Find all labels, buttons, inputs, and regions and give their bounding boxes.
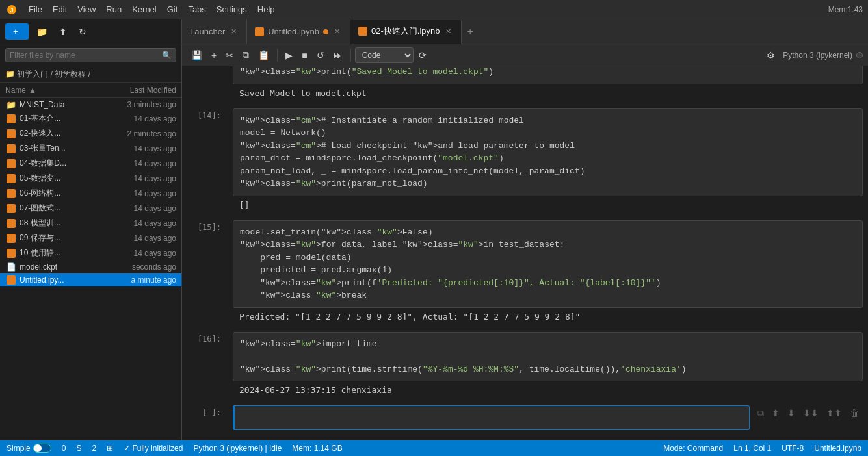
- file-item[interactable]: Untitled.ipy... a minute ago: [0, 273, 181, 286]
- file-icon-wrap: [5, 249, 17, 258]
- copy-cell-button[interactable]: ⧉: [239, 47, 253, 63]
- file-item[interactable]: 07-图数式... 14 days ago: [0, 201, 181, 216]
- folder-icon: 📁: [6, 100, 16, 110]
- tab-untitled[interactable]: Untitled.ipynb✕: [247, 19, 350, 44]
- tab-notebook-icon: [255, 27, 264, 36]
- kernel-info: Python 3 (ipykernel): [783, 51, 863, 60]
- file-item[interactable]: 02-快速入... 2 minutes ago: [0, 126, 181, 141]
- breadcrumb-text: 初学入门 / 初学教程 /: [17, 70, 90, 79]
- search-box: 🔍: [5, 48, 176, 62]
- file-item[interactable]: 10-使用静... 14 days ago: [0, 246, 181, 260]
- notebook-icon: [7, 189, 16, 198]
- toolbar-right: ⚙ Python 3 (ipykernel): [763, 47, 863, 63]
- file-modified: 14 days ago: [105, 114, 176, 123]
- file-icon-wrap: [5, 129, 17, 138]
- cell-input[interactable]: "kw">class="cm"># Save checkpoint mindsp…: [233, 66, 863, 84]
- tab-close-button[interactable]: ✕: [443, 27, 453, 36]
- file-item[interactable]: 04-数据集D... 14 days ago: [0, 156, 181, 171]
- column-name[interactable]: Name ▲: [5, 86, 105, 95]
- cell-input[interactable]: "kw">class="kw">import time "kw">class="…: [233, 332, 863, 382]
- tab-modified-dot: [323, 29, 328, 34]
- upload-button[interactable]: ⬆: [55, 24, 71, 40]
- cut-cell-button[interactable]: ✂: [222, 47, 237, 63]
- menu-kernel[interactable]: Kernel: [127, 2, 162, 17]
- kernel-settings-button[interactable]: ⚙: [763, 47, 779, 63]
- cell-action-btn-0[interactable]: ⧉: [755, 407, 767, 420]
- file-modified: 14 days ago: [105, 249, 176, 258]
- file-item[interactable]: 09-保存与... 14 days ago: [0, 231, 181, 246]
- content-area: Launcher✕Untitled.ipynb✕02-快速入门.ipynb✕+ …: [182, 19, 868, 440]
- tab-close-button[interactable]: ✕: [332, 27, 342, 36]
- tab-launcher[interactable]: Launcher✕: [182, 19, 247, 44]
- notebook-icon: [7, 159, 16, 168]
- menu-edit[interactable]: Edit: [47, 2, 72, 17]
- refresh-cell-button[interactable]: ⟳: [415, 47, 430, 63]
- sort-icon: ▲: [29, 86, 36, 95]
- restart-kernel-button[interactable]: ↺: [313, 47, 328, 63]
- file-item[interactable]: 📁 MNIST_Data 3 minutes ago: [0, 98, 181, 111]
- menu-settings[interactable]: Settings: [211, 2, 252, 17]
- cell-type-select[interactable]: Code Markdown Raw: [355, 47, 414, 63]
- simple-toggle[interactable]: Simple: [7, 444, 51, 453]
- paste-cell-button[interactable]: 📋: [254, 47, 273, 63]
- status-kernel-info: Python 3 (ipykernel) | Idle: [193, 444, 282, 453]
- add-tab-button[interactable]: +: [462, 26, 478, 38]
- menu-view[interactable]: View: [72, 2, 101, 17]
- file-name: 10-使用静...: [20, 247, 105, 259]
- notebook-icon: [7, 249, 16, 258]
- file-item[interactable]: 06-网络构... 14 days ago: [0, 186, 181, 201]
- menu-git[interactable]: Git: [162, 2, 183, 17]
- cell-action-btn-3[interactable]: ⬇⬇: [800, 407, 821, 420]
- file-item[interactable]: 05-数据变... 14 days ago: [0, 171, 181, 186]
- file-name: 07-图数式...: [20, 203, 105, 214]
- save-button[interactable]: 💾: [187, 47, 206, 63]
- tab-quickstart[interactable]: 02-快速入门.ipynb✕: [350, 20, 462, 44]
- file-icon-wrap: [5, 159, 17, 168]
- toolbar-divider-2: [350, 49, 351, 62]
- add-cell-button[interactable]: +: [207, 47, 220, 63]
- cell-input[interactable]: model.set_train("kw">class="kw">False) "…: [233, 220, 863, 308]
- refresh-button[interactable]: ↻: [75, 24, 90, 40]
- column-name-label: Name: [5, 86, 26, 95]
- stop-kernel-button[interactable]: ■: [298, 47, 311, 63]
- notebook-icon: [7, 174, 16, 183]
- tab-notebook-icon: [358, 27, 367, 36]
- menu-file[interactable]: File: [23, 2, 47, 17]
- menu-help[interactable]: Help: [252, 2, 280, 17]
- file-item[interactable]: 📄 model.ckpt seconds ago: [0, 260, 181, 273]
- toggle-track[interactable]: [33, 444, 51, 453]
- file-name: 01-基本介...: [20, 113, 105, 124]
- file-item[interactable]: 03-张量Ten... 14 days ago: [0, 141, 181, 156]
- menu-run[interactable]: Run: [101, 2, 127, 17]
- cell-prompt: [ ]:: [182, 403, 228, 433]
- tab-close-button[interactable]: ✕: [229, 27, 239, 36]
- menu-tabs[interactable]: Tabs: [183, 2, 211, 17]
- file-modified: 2 minutes ago: [105, 129, 176, 138]
- notebook-icon: [7, 129, 16, 138]
- open-folder-button[interactable]: 📁: [33, 24, 51, 40]
- notebook-icon: [7, 144, 16, 153]
- file-name: 04-数据集D...: [20, 158, 105, 169]
- new-button[interactable]: +: [5, 23, 29, 40]
- cell-action-btn-4[interactable]: ⬆⬆: [824, 407, 845, 420]
- search-input[interactable]: [10, 51, 162, 60]
- file-modified: 14 days ago: [105, 144, 176, 153]
- restart-run-button[interactable]: ⏭: [330, 47, 347, 63]
- notebook-cell: [16]:"kw">class="kw">import time "kw">cl…: [182, 329, 868, 402]
- cell-input[interactable]: "kw">class="cm"># Instantiate a random i…: [233, 108, 863, 196]
- cell-action-btn-5[interactable]: 🗑: [847, 407, 861, 420]
- cell-input[interactable]: [233, 405, 750, 430]
- file-item[interactable]: 08-模型训... 14 days ago: [0, 216, 181, 231]
- status-counter2: 2: [92, 444, 96, 453]
- file-name: 09-保存与...: [20, 233, 105, 244]
- search-icon: 🔍: [162, 51, 172, 60]
- column-modified[interactable]: Last Modified: [105, 86, 176, 95]
- cell-action-btn-2[interactable]: ⬇: [785, 407, 798, 420]
- run-cell-button[interactable]: ▶: [282, 47, 296, 63]
- file-icon-wrap: [5, 204, 17, 213]
- file-item[interactable]: 01-基本介... 14 days ago: [0, 111, 181, 126]
- cell-action-btn-1[interactable]: ⬆: [769, 407, 782, 420]
- notebook-cell: [ ]: ⧉⬆⬇⬇⬇⬆⬆🗑: [182, 403, 868, 433]
- cell-output: []: [233, 196, 863, 214]
- file-name: 02-快速入...: [20, 128, 105, 139]
